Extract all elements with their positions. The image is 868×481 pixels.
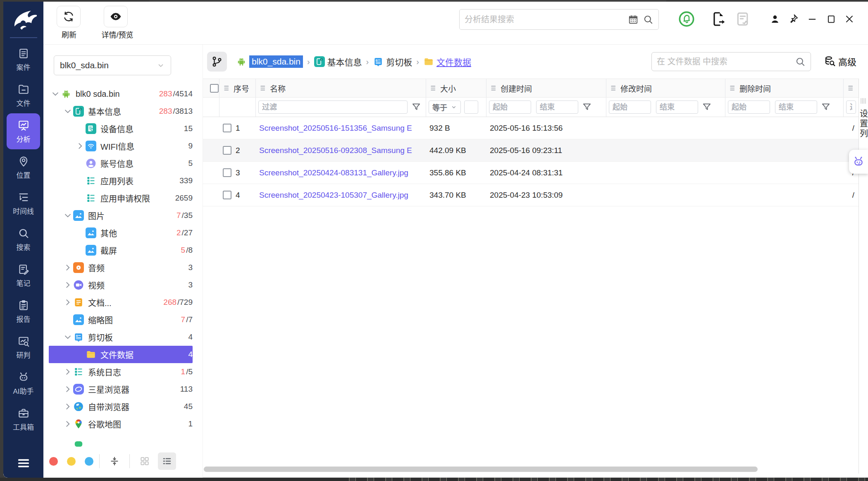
tree-item-文件数据[interactable]: 文件数据4: [49, 346, 193, 363]
column-header-check[interactable]: [203, 79, 219, 97]
column-header-index[interactable]: 序号: [219, 79, 256, 97]
column-header-extra[interactable]: [844, 79, 858, 97]
column-menu-icon[interactable]: [429, 84, 440, 92]
yellow-filter-dot[interactable]: [67, 457, 76, 466]
funnel-icon[interactable]: [820, 102, 831, 112]
tree-item-图片[interactable]: 图片7/35: [49, 207, 193, 224]
filter-created-start-input[interactable]: [489, 101, 531, 114]
tree-item-blk0 sda.bin[interactable]: blk0 sda.bin283/4514: [49, 85, 193, 103]
column-menu-icon[interactable]: [610, 84, 620, 92]
sidebar-item-review[interactable]: 研判: [7, 329, 40, 365]
close-button[interactable]: [844, 13, 855, 25]
list-view-button[interactable]: [158, 452, 176, 470]
funnel-icon[interactable]: [582, 102, 592, 112]
table-row[interactable]: 1Screenshot_20250516-151356_Samsung E932…: [203, 117, 858, 139]
row-checkbox[interactable]: [223, 124, 231, 132]
breadcrumb-item-blk0_sda.bin[interactable]: blk0_sda.bin: [236, 55, 303, 68]
filter-size-operator-select[interactable]: 等于: [429, 101, 461, 114]
sidebar-item-case[interactable]: 案件: [7, 41, 40, 77]
search-icon[interactable]: [643, 14, 653, 25]
advanced-search-button[interactable]: 高级: [824, 55, 856, 68]
sidebar-item-files[interactable]: 文件: [7, 77, 40, 113]
filter-name-input[interactable]: [258, 101, 408, 114]
sidebar-item-timeline[interactable]: 时间线: [7, 185, 40, 221]
sidebar-item-ai[interactable]: AI助手: [7, 365, 40, 401]
column-menu-icon[interactable]: [490, 84, 501, 92]
tree-item-剪切板[interactable]: 剪切板4: [49, 328, 193, 346]
filter-modified-start-input[interactable]: [609, 101, 651, 114]
column-header-size[interactable]: 大小: [426, 79, 486, 97]
export-file-icon[interactable]: [711, 11, 727, 27]
chevron-right-icon[interactable]: [62, 297, 73, 308]
tree-item-账号信息[interactable]: 账号信息5: [49, 155, 193, 172]
chevron-down-icon[interactable]: [50, 89, 61, 99]
tree-item-设备信息[interactable]: 设备信息15: [49, 120, 193, 137]
chevron-right-icon[interactable]: [62, 384, 73, 395]
tree-item-自带浏览器[interactable]: 自带浏览器45: [49, 398, 193, 415]
column-header-modified[interactable]: 修改时间: [606, 79, 725, 97]
branch-view-button[interactable]: [207, 52, 227, 72]
tree-item-三星浏览器[interactable]: 三星浏览器113: [49, 380, 193, 398]
funnel-icon[interactable]: [411, 102, 422, 112]
preview-button[interactable]: 详情/预览: [95, 6, 140, 40]
horizontal-scrollbar[interactable]: [204, 467, 856, 472]
red-filter-dot[interactable]: [49, 457, 58, 466]
calendar-icon[interactable]: [628, 14, 639, 25]
tree-item-谷歌地图[interactable]: 谷歌地图1: [49, 415, 193, 433]
column-header-name[interactable]: 名称: [256, 79, 426, 97]
tree-item-音频[interactable]: 音频3: [49, 259, 193, 276]
filter-deleted-end-input[interactable]: [775, 101, 817, 114]
user-account-icon[interactable]: [769, 13, 781, 25]
filter-extra-input[interactable]: [846, 101, 856, 114]
scrollbar-thumb[interactable]: [204, 467, 758, 472]
column-menu-icon[interactable]: [729, 84, 739, 92]
sidebar-item-search[interactable]: 搜索: [7, 221, 40, 257]
collapse-all-button[interactable]: [105, 452, 124, 470]
blue-filter-dot[interactable]: [85, 457, 93, 466]
global-search-input[interactable]: [465, 15, 624, 24]
tree-item-WIFI信息[interactable]: WIFI信息9: [49, 137, 193, 155]
pin-window-icon[interactable]: [787, 13, 799, 25]
column-menu-icon[interactable]: [847, 84, 858, 92]
chevron-right-icon[interactable]: [75, 141, 86, 151]
tree-item-视频[interactable]: 视频3: [49, 276, 193, 294]
chevron-right-icon[interactable]: [62, 419, 73, 429]
chevron-right-icon[interactable]: [62, 401, 73, 412]
table-row[interactable]: 4Screenshot_20250423-105307_Gallery.jpg3…: [203, 184, 858, 206]
table-row[interactable]: 3Screenshot_20250424-083131_Gallery.jpg3…: [203, 162, 858, 184]
breadcrumb-item-基本信息[interactable]: 基本信息: [314, 55, 362, 68]
refresh-button[interactable]: 刷新: [57, 6, 81, 40]
column-header-created[interactable]: 创建时间: [486, 79, 606, 97]
menu-toggle-button[interactable]: [15, 456, 32, 470]
sidebar-item-report[interactable]: 报告: [7, 293, 40, 329]
file-name-link[interactable]: Screenshot_20250423-105307_Gallery.jpg: [259, 191, 408, 200]
file-name-link[interactable]: Screenshot_20250516-151356_Samsung E: [259, 124, 412, 133]
sidebar-item-notes[interactable]: 笔记: [7, 257, 40, 293]
table-row[interactable]: 2Screenshot_20250516-092308_Samsung E442…: [203, 139, 858, 162]
column-menu-icon[interactable]: [259, 84, 270, 92]
column-header-deleted[interactable]: 删除时间: [725, 79, 844, 97]
grid-view-button[interactable]: [136, 452, 154, 470]
chevron-down-icon[interactable]: [62, 332, 73, 342]
column-settings-rail[interactable]: 设置列: [858, 79, 868, 474]
chevron-down-icon[interactable]: [62, 106, 73, 117]
filter-size-value-input[interactable]: [464, 101, 478, 114]
tree-item-其他[interactable]: 其他2/27: [49, 224, 193, 242]
chevron-right-icon[interactable]: [62, 366, 73, 377]
tree-item-缩略图[interactable]: 缩略图7/7: [49, 311, 193, 328]
breadcrumb-item-文件数据[interactable]: 文件数据: [423, 55, 471, 68]
tree-item-应用列表[interactable]: 应用列表339: [49, 172, 193, 189]
evidence-source-select[interactable]: blk0_sda.bin: [54, 55, 171, 75]
file-name-link[interactable]: Screenshot_20250424-083131_Gallery.jpg: [259, 168, 408, 177]
filter-modified-end-input[interactable]: [656, 101, 698, 114]
filter-created-end-input[interactable]: [536, 101, 578, 114]
funnel-icon[interactable]: [701, 102, 712, 112]
file-name-link[interactable]: Screenshot_20250516-092308_Samsung E: [259, 146, 412, 155]
tree-item-截屏[interactable]: 截屏5/8: [49, 242, 193, 259]
column-menu-icon[interactable]: [223, 84, 234, 92]
row-checkbox[interactable]: [223, 191, 231, 199]
tree-item-应用申请权限[interactable]: 应用申请权限2659: [49, 189, 193, 207]
breadcrumb-item-剪切板[interactable]: 剪切板: [373, 55, 412, 68]
tree-item-基本信息[interactable]: 基本信息283/3813: [49, 103, 193, 120]
minimize-button[interactable]: [806, 13, 818, 25]
